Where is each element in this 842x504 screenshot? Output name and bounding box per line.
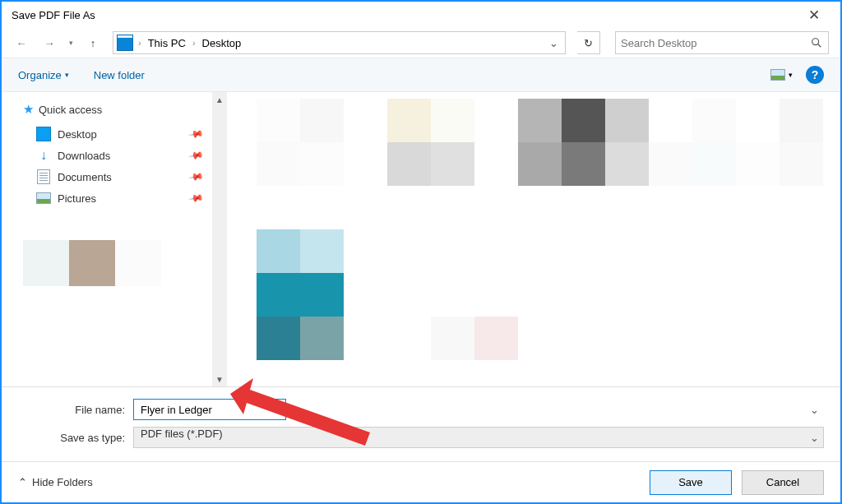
forward-button[interactable]: → — [41, 35, 58, 51]
history-dropdown[interactable]: ▾ — [69, 39, 73, 47]
breadcrumb-this-pc[interactable]: This PC — [141, 32, 192, 53]
sidebar-item-label: Desktop — [58, 128, 97, 141]
sidebar-item-label: Downloads — [58, 150, 110, 162]
close-button[interactable]: ✕ — [798, 2, 830, 28]
up-button[interactable]: ↑ — [85, 35, 101, 51]
hide-folders-label: Hide Folders — [32, 476, 93, 488]
cancel-button[interactable]: Cancel — [742, 470, 824, 495]
save-form: File name: ⌄ Save as type: PDF files (*.… — [2, 386, 840, 461]
sidebar-item-documents[interactable]: Documents 📌 — [23, 166, 227, 187]
new-folder-label: New folder — [94, 69, 145, 81]
pin-icon: 📌 — [187, 126, 204, 142]
quick-access-label: Quick access — [39, 104, 102, 116]
search-input[interactable] — [621, 37, 810, 49]
sidebar-item-label: Pictures — [58, 192, 96, 205]
sidebar-item-desktop[interactable]: Desktop 📌 — [23, 123, 227, 145]
save-dialog: Save PDF File As ✕ ← → ▾ ↑ › This PC › D… — [0, 0, 842, 504]
sidebar-thumbnails-blur — [23, 240, 207, 286]
filename-dropdown[interactable]: ⌄ — [810, 404, 819, 416]
toolbar: Organize ▾ New folder ▾ ? — [2, 58, 840, 92]
savetype-label: Save as type: — [18, 432, 133, 444]
quick-access-header[interactable]: ★ Quick access — [23, 102, 227, 117]
sidebar-item-downloads[interactable]: ↓ Downloads 📌 — [23, 145, 227, 166]
caret-down-icon: ▾ — [65, 71, 69, 79]
scroll-down-icon[interactable]: ▼ — [212, 372, 227, 386]
search-icon[interactable] — [810, 36, 823, 49]
organize-menu[interactable]: Organize ▾ — [18, 69, 69, 81]
pin-icon: 📌 — [187, 169, 204, 185]
title-bar: Save PDF File As ✕ — [2, 2, 840, 28]
file-grid-blur — [257, 99, 832, 386]
breadcrumb-desktop[interactable]: Desktop — [196, 32, 248, 53]
chevron-up-icon: ⌃ — [18, 476, 27, 488]
scroll-up-icon[interactable]: ▲ — [212, 92, 227, 107]
filename-label: File name: — [18, 404, 133, 416]
back-button[interactable]: ← — [13, 35, 30, 51]
view-options-button[interactable]: ▾ — [770, 65, 793, 85]
savetype-select[interactable]: PDF files (*.PDF) — [133, 427, 824, 448]
pc-icon — [117, 35, 133, 51]
svg-line-1 — [818, 44, 821, 48]
sidebar-item-pictures[interactable]: Pictures 📌 — [23, 187, 227, 209]
hide-folders-toggle[interactable]: ⌃ Hide Folders — [18, 476, 93, 488]
file-list-pane[interactable] — [227, 92, 840, 386]
download-icon: ↓ — [36, 148, 51, 163]
dialog-body: ★ Quick access Desktop 📌 ↓ Downloads 📌 D… — [2, 92, 840, 386]
help-button[interactable]: ? — [806, 66, 824, 84]
document-icon — [37, 169, 50, 184]
sidebar: ★ Quick access Desktop 📌 ↓ Downloads 📌 D… — [2, 92, 227, 386]
picture-icon — [770, 69, 785, 81]
svg-point-0 — [812, 39, 819, 45]
address-dropdown[interactable]: ⌄ — [543, 37, 565, 49]
address-bar[interactable]: › This PC › Desktop ⌄ — [113, 31, 566, 54]
organize-label: Organize — [18, 69, 62, 81]
pin-icon: 📌 — [187, 190, 204, 206]
star-icon: ★ — [23, 102, 34, 117]
desktop-icon — [36, 127, 51, 141]
bottom-bar: ⌃ Hide Folders Save Cancel — [2, 461, 840, 502]
search-box[interactable] — [615, 31, 829, 54]
new-folder-button[interactable]: New folder — [94, 69, 145, 81]
pin-icon: 📌 — [187, 147, 204, 164]
refresh-button[interactable]: ↻ — [577, 31, 600, 54]
save-button[interactable]: Save — [650, 470, 732, 495]
pictures-icon — [36, 192, 51, 204]
window-title: Save PDF File As — [12, 9, 798, 21]
sidebar-scrollbar[interactable]: ▲ ▼ — [212, 92, 227, 386]
sidebar-item-label: Documents — [58, 171, 112, 183]
nav-row: ← → ▾ ↑ › This PC › Desktop ⌄ ↻ — [2, 28, 840, 58]
filename-input[interactable] — [133, 399, 286, 420]
caret-down-icon: ▾ — [789, 71, 793, 79]
